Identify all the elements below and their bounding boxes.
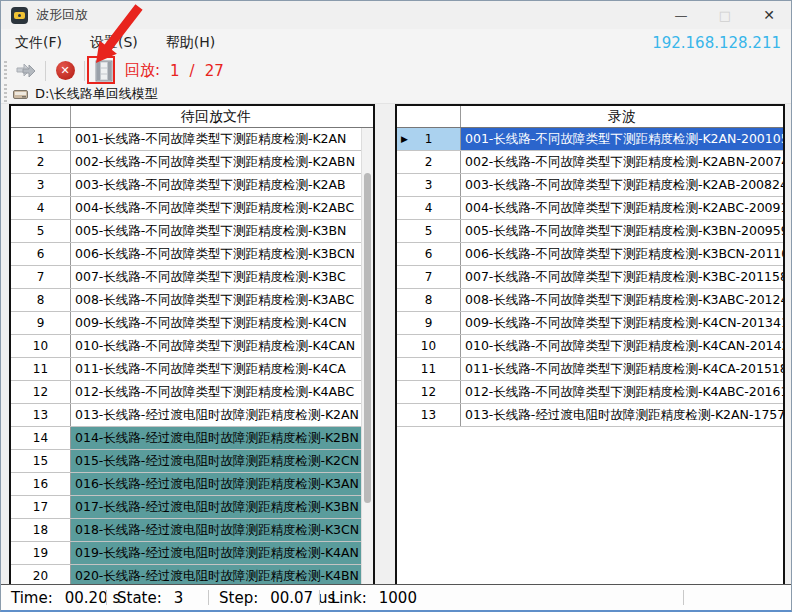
table-row[interactable]: ▶ 11 011-长线路-不同故障类型下测距精度检测-K4CA-201518 bbox=[397, 358, 783, 381]
table-row[interactable]: ▶ 10 010-长线路-不同故障类型下测距精度检测-K4CAN bbox=[11, 335, 373, 358]
row-number: ▶ 13 bbox=[397, 404, 461, 426]
app-icon bbox=[11, 7, 28, 24]
row-number: ▶ 5 bbox=[397, 220, 461, 242]
record-name: 010-长线路-不同故障类型下测距精度检测-K4CAN-201427 bbox=[461, 335, 783, 357]
menu-bar: 文件(F) 设置(S) 帮助(H) 192.168.128.211 bbox=[1, 29, 791, 56]
record-name: 001-长线路-不同故障类型下测距精度检测-K2AN-200105 bbox=[461, 128, 783, 150]
table-row[interactable]: ▶ 19 019-长线路-经过渡电阻时故障测距精度检测-K4AN bbox=[11, 542, 373, 565]
row-number: ▶ 11 bbox=[11, 358, 71, 380]
current-path: D:\长线路单回线模型 bbox=[35, 85, 158, 103]
forward-arrow-button[interactable] bbox=[13, 58, 39, 84]
table-row[interactable]: ▶ 1 001-长线路-不同故障类型下测距精度检测-K2AN bbox=[11, 128, 373, 151]
table-row[interactable]: ▶ 13 013-长线路-经过渡电阻时故障测距精度检测-K2AN-175736 bbox=[397, 404, 783, 427]
recorded-waves-table: 录波 ▶ 1 001-长线路-不同故障类型下测距精度检测-K2AN-200105… bbox=[395, 104, 785, 586]
row-number-header bbox=[11, 106, 71, 127]
file-name: 010-长线路-不同故障类型下测距精度检测-K4CAN bbox=[71, 335, 361, 357]
record-name: 009-长线路-不同故障类型下测距精度检测-K4CN-201341 bbox=[461, 312, 783, 334]
table-row[interactable]: ▶ 20 020-长线路-经过渡电阻时故障测距精度检测-K4BN bbox=[11, 565, 373, 584]
status-link: Link: 1000 bbox=[331, 585, 417, 610]
table-row[interactable]: ▶ 16 016-长线路-经过渡电阻时故障测距精度检测-K3AN bbox=[11, 473, 373, 496]
row-number: ▶ 9 bbox=[11, 312, 71, 334]
row-number: ▶ 16 bbox=[11, 473, 71, 495]
record-name: 006-长线路-不同故障类型下测距精度检测-K3BCN-201100 bbox=[461, 243, 783, 265]
table-row[interactable]: ▶ 1 001-长线路-不同故障类型下测距精度检测-K2AN-200105 bbox=[397, 128, 783, 151]
row-number: ▶ 10 bbox=[11, 335, 71, 357]
record-name: 013-长线路-经过渡电阻时故障测距精度检测-K2AN-175736 bbox=[461, 404, 783, 426]
row-number: ▶ 3 bbox=[11, 174, 71, 196]
toolbar-separator bbox=[84, 61, 85, 81]
replay-current: 1 bbox=[170, 62, 180, 80]
toolbar-grip bbox=[4, 61, 7, 81]
menu-file[interactable]: 文件(F) bbox=[1, 29, 76, 56]
toolbar-separator bbox=[45, 61, 46, 81]
scrollbar-thumb[interactable] bbox=[364, 173, 371, 503]
table-row[interactable]: ▶ 2 002-长线路-不同故障类型下测距精度检测-K2ABN-200740 bbox=[397, 151, 783, 174]
table-row[interactable]: ▶ 17 017-长线路-经过渡电阻时故障测距精度检测-K3BN bbox=[11, 496, 373, 519]
cancel-button[interactable]: ✕ bbox=[52, 58, 78, 84]
pathbar-grip bbox=[4, 84, 7, 104]
recorded-waves-title: 录波 bbox=[461, 106, 783, 127]
table-row[interactable]: ▶ 15 015-长线路-经过渡电阻时故障测距精度检测-K2CN bbox=[11, 450, 373, 473]
replay-counter: 回放: 1 / 27 bbox=[125, 61, 234, 80]
row-number: ▶ 12 bbox=[397, 381, 461, 403]
record-name: 012-长线路-不同故障类型下测距精度检测-K4ABC-201612 bbox=[461, 381, 783, 403]
pending-files-header: 待回放文件 bbox=[11, 106, 373, 128]
table-row[interactable]: ▶ 3 003-长线路-不同故障类型下测距精度检测-K2AB bbox=[11, 174, 373, 197]
status-separator bbox=[683, 590, 684, 605]
ip-address-label: 192.168.128.211 bbox=[652, 29, 781, 56]
vertical-scrollbar[interactable] bbox=[361, 128, 373, 584]
film-replay-button[interactable] bbox=[91, 58, 117, 84]
table-row[interactable]: ▶ 14 014-长线路-经过渡电阻时故障测距精度检测-K2BN bbox=[11, 427, 373, 450]
pending-files-body: ▶ 1 001-长线路-不同故障类型下测距精度检测-K2AN ▶ 2 002-长… bbox=[11, 128, 373, 584]
table-row[interactable]: ▶ 9 009-长线路-不同故障类型下测距精度检测-K4CN-201341 bbox=[397, 312, 783, 335]
table-row[interactable]: ▶ 12 012-长线路-不同故障类型下测距精度检测-K4ABC-201612 bbox=[397, 381, 783, 404]
table-row[interactable]: ▶ 13 013-长线路-经过渡电阻时故障测距精度检测-K2AN bbox=[11, 404, 373, 427]
path-bar: D:\长线路单回线模型 bbox=[1, 85, 791, 104]
table-row[interactable]: ▶ 12 012-长线路-不同故障类型下测距精度检测-K4ABC bbox=[11, 381, 373, 404]
file-name: 016-长线路-经过渡电阻时故障测距精度检测-K3AN bbox=[71, 473, 361, 495]
table-row[interactable]: ▶ 7 007-长线路-不同故障类型下测距精度检测-K3BC bbox=[11, 266, 373, 289]
table-row[interactable]: ▶ 18 018-长线路-经过渡电阻时故障测距精度检测-K3CN bbox=[11, 519, 373, 542]
file-name: 007-长线路-不同故障类型下测距精度检测-K3BC bbox=[71, 266, 361, 288]
file-name: 001-长线路-不同故障类型下测距精度检测-K2AN bbox=[71, 128, 361, 150]
table-row[interactable]: ▶ 7 007-长线路-不同故障类型下测距精度检测-K3BC-201158 bbox=[397, 266, 783, 289]
recorded-waves-body: ▶ 1 001-长线路-不同故障类型下测距精度检测-K2AN-200105 ▶ … bbox=[397, 128, 783, 584]
row-number: ▶ 11 bbox=[397, 358, 461, 380]
table-row[interactable]: ▶ 3 003-长线路-不同故障类型下测距精度检测-K2AB-200824 bbox=[397, 174, 783, 197]
replay-separator: / bbox=[190, 62, 195, 80]
menu-settings[interactable]: 设置(S) bbox=[76, 29, 152, 56]
record-name: 005-长线路-不同故障类型下测距精度检测-K3BN-200959 bbox=[461, 220, 783, 242]
table-row[interactable]: ▶ 10 010-长线路-不同故障类型下测距精度检测-K4CAN-201427 bbox=[397, 335, 783, 358]
table-row[interactable]: ▶ 8 008-长线路-不同故障类型下测距精度检测-K3ABC bbox=[11, 289, 373, 312]
table-row[interactable]: ▶ 5 005-长线路-不同故障类型下测距精度检测-K3BN bbox=[11, 220, 373, 243]
table-row[interactable]: ▶ 2 002-长线路-不同故障类型下测距精度检测-K2ABN bbox=[11, 151, 373, 174]
minimize-button[interactable]: — bbox=[659, 1, 703, 29]
table-row[interactable]: ▶ 11 011-长线路-不同故障类型下测距精度检测-K4CA bbox=[11, 358, 373, 381]
file-name: 014-长线路-经过渡电阻时故障测距精度检测-K2BN bbox=[71, 427, 361, 449]
close-button[interactable]: ✕ bbox=[747, 1, 791, 29]
table-row[interactable]: ▶ 4 004-长线路-不同故障类型下测距精度检测-K2ABC-200910 bbox=[397, 197, 783, 220]
cancel-icon: ✕ bbox=[56, 61, 75, 80]
file-name: 002-长线路-不同故障类型下测距精度检测-K2ABN bbox=[71, 151, 361, 173]
table-row[interactable]: ▶ 9 009-长线路-不同故障类型下测距精度检测-K4CN bbox=[11, 312, 373, 335]
record-name: 004-长线路-不同故障类型下测距精度检测-K2ABC-200910 bbox=[461, 197, 783, 219]
state-value: 3 bbox=[174, 589, 184, 607]
table-row[interactable]: ▶ 4 004-长线路-不同故障类型下测距精度检测-K2ABC bbox=[11, 197, 373, 220]
menu-help[interactable]: 帮助(H) bbox=[152, 29, 229, 56]
row-number: ▶ 4 bbox=[11, 197, 71, 219]
drive-icon bbox=[13, 88, 29, 100]
table-row[interactable]: ▶ 5 005-长线路-不同故障类型下测距精度检测-K3BN-200959 bbox=[397, 220, 783, 243]
table-row[interactable]: ▶ 6 006-长线路-不同故障类型下测距精度检测-K3BCN bbox=[11, 243, 373, 266]
record-name: 007-长线路-不同故障类型下测距精度检测-K3BC-201158 bbox=[461, 266, 783, 288]
state-label: State: bbox=[117, 589, 162, 607]
row-number: ▶ 2 bbox=[11, 151, 71, 173]
row-number: ▶ 6 bbox=[11, 243, 71, 265]
record-name: 002-长线路-不同故障类型下测距精度检测-K2ABN-200740 bbox=[461, 151, 783, 173]
row-number: ▶ 7 bbox=[397, 266, 461, 288]
table-row[interactable]: ▶ 8 008-长线路-不同故障类型下测距精度检测-K3ABC-201244 bbox=[397, 289, 783, 312]
table-row[interactable]: ▶ 6 006-长线路-不同故障类型下测距精度检测-K3BCN-201100 bbox=[397, 243, 783, 266]
maximize-button: □ bbox=[703, 1, 747, 29]
row-number: ▶ 6 bbox=[397, 243, 461, 265]
row-number: ▶ 19 bbox=[11, 542, 71, 564]
row-number: ▶ 1 bbox=[397, 128, 461, 150]
